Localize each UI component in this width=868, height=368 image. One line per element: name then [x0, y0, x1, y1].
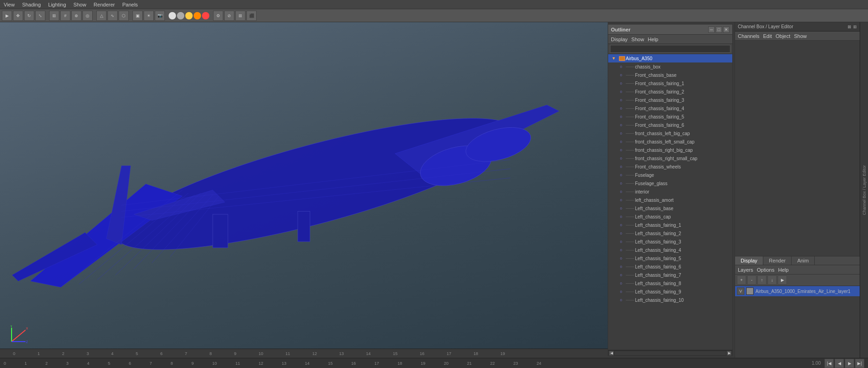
tree-item-9[interactable]: ○ —— front_chassis_left_small_cap: [608, 137, 732, 146]
toolbar-circle-4[interactable]: [194, 12, 201, 19]
tree-label-15: interior: [635, 189, 649, 194]
tree-item-8[interactable]: ○ —— front_chassis_left_big_cap: [608, 129, 732, 137]
outliner-tree[interactable]: ▼ Airbus_A350 ○ —— chassis_box ○ —— Fron…: [608, 54, 732, 350]
tree-item-21[interactable]: ○ —— Left_chassis_fairing_3: [608, 237, 732, 246]
menu-renderer[interactable]: Renderer: [92, 2, 117, 7]
tree-item-27[interactable]: ○ —— Left_chassis_fairing_9: [608, 287, 732, 296]
toolbar-extra-1[interactable]: ⚙: [213, 11, 223, 21]
tree-item-6[interactable]: ○ —— Front_chassis_fairing_5: [608, 112, 732, 121]
toolbar-scale-btn[interactable]: ⤡: [35, 11, 45, 21]
toolbar-grid-btn[interactable]: #: [60, 11, 70, 21]
channel-box-menu-show[interactable]: Show: [794, 33, 807, 39]
toolbar-circle-2[interactable]: [177, 12, 184, 19]
tree-item-airbus[interactable]: ▼ Airbus_A350: [608, 54, 732, 62]
channel-box-menu: Channels Edit Object Show: [735, 31, 860, 41]
outliner-search-input[interactable]: [610, 45, 730, 53]
layer-delete-btn[interactable]: -: [747, 275, 756, 285]
tree-item-0[interactable]: ○ —— chassis_box: [608, 62, 732, 71]
tree-item-10[interactable]: ○ —— front_chassis_right_big_cap: [608, 146, 732, 154]
tree-item-24[interactable]: ○ —— Left_chassis_fairing_6: [608, 262, 732, 271]
tree-item-20[interactable]: ○ —— Left_chassis_fairing_2: [608, 229, 732, 237]
toolbar-snap-btn[interactable]: ⊞: [49, 11, 59, 21]
outliner-menu-display[interactable]: Display: [611, 37, 628, 42]
play-btn[interactable]: ▶: [845, 359, 854, 368]
hscroll-left-btn[interactable]: ◀: [609, 351, 614, 356]
play-back-btn[interactable]: ◀: [835, 359, 844, 368]
tree-item-26[interactable]: ○ —— Left_chassis_fairing_8: [608, 279, 732, 287]
tree-item-23[interactable]: ○ —— Left_chassis_fairing_5: [608, 254, 732, 262]
prev-frame-btn[interactable]: |◀: [824, 359, 834, 368]
layer-down-btn[interactable]: ↓: [767, 275, 777, 285]
tree-item-7[interactable]: ○ —— Front_chassis_fairing_6: [608, 121, 732, 129]
toolbar-magnet-btn[interactable]: ⊕: [71, 11, 82, 21]
toolbar-render-btn[interactable]: ▣: [132, 11, 143, 21]
toolbar-extra-2[interactable]: ⊘: [224, 11, 234, 21]
tree-item-1[interactable]: ○ —— Front_chassis_base: [608, 71, 732, 79]
toolbar-extra-3[interactable]: ⊞: [235, 11, 245, 21]
viewport[interactable]: X Y Z 01234 56789 1011121314 1516171819: [0, 22, 608, 358]
tree-item-28[interactable]: ○ —— Left_chassis_fairing_10: [608, 296, 732, 304]
outliner-menu-show[interactable]: Show: [631, 37, 644, 42]
toolbar-circle-5[interactable]: [202, 12, 209, 19]
toolbar-select-btn[interactable]: ▶: [2, 11, 12, 21]
layer-menu-options[interactable]: Options: [757, 267, 774, 273]
channel-box-menu-channels[interactable]: Channels: [738, 33, 759, 39]
tree-item-19[interactable]: ○ —— Left_chassis_fairing_1: [608, 221, 732, 229]
outliner-maximize-btn[interactable]: □: [716, 26, 722, 33]
outliner-search: [608, 44, 732, 54]
tree-item-5[interactable]: ○ —— Front_chassis_fairing_4: [608, 104, 732, 112]
layer-menu-help[interactable]: Help: [778, 267, 789, 273]
toolbar-soft-btn[interactable]: ◎: [82, 11, 93, 21]
toolbar-cam-btn[interactable]: 📷: [155, 11, 165, 21]
menu-show[interactable]: Show: [72, 2, 88, 7]
layer-up-btn[interactable]: ↑: [757, 275, 767, 285]
hscroll-track[interactable]: [615, 351, 726, 355]
tree-item-17[interactable]: ○ —— Left_chassis_base: [608, 204, 732, 212]
play-forward-btn[interactable]: ▶|: [855, 359, 864, 368]
tree-item-16[interactable]: ○ —— left_chassis_amort: [608, 196, 732, 204]
tree-item-12[interactable]: ○ —— Front_chassis_wheels: [608, 162, 732, 171]
toolbar-nurbs-btn[interactable]: ∿: [107, 11, 118, 21]
outliner-minimize-btn[interactable]: ─: [708, 26, 715, 33]
channel-box-menu-object[interactable]: Object: [775, 33, 790, 39]
toolbar-subdiv-btn[interactable]: ⬡: [119, 11, 129, 21]
toolbar-poly-btn[interactable]: △: [96, 11, 107, 21]
layer-color-swatch[interactable]: [746, 287, 754, 295]
toolbar-rotate-btn[interactable]: ↻: [24, 11, 34, 21]
layer-new-btn[interactable]: +: [737, 275, 746, 285]
tree-item-3[interactable]: ○ —— Front_chassis_fairing_2: [608, 87, 732, 96]
tab-render[interactable]: Render: [763, 256, 792, 265]
outliner-close-btn[interactable]: ✕: [723, 26, 730, 33]
layer-menu-layers[interactable]: Layers: [738, 267, 753, 273]
tree-item-14[interactable]: ○ —— Fuselage_glass: [608, 179, 732, 187]
toolbar-light-btn[interactable]: ☀: [144, 11, 154, 21]
tab-anim[interactable]: Anim: [792, 256, 815, 265]
tab-display[interactable]: Display: [735, 256, 763, 265]
svg-text:Z: Z: [26, 340, 28, 343]
tree-item-2[interactable]: ○ —— Front_chassis_fairing_1: [608, 79, 732, 87]
hscroll-right-btn[interactable]: ▶: [727, 351, 731, 356]
layer-select-btn[interactable]: ▶: [778, 275, 787, 285]
menu-view[interactable]: View: [2, 2, 17, 7]
tree-item-18[interactable]: ○ —— Left_chassis_cap: [608, 212, 732, 221]
channel-box-menu-edit[interactable]: Edit: [763, 33, 772, 39]
toolbar-move-btn[interactable]: ✥: [13, 11, 23, 21]
tree-item-25[interactable]: ○ —— Left_chassis_fairing_7: [608, 271, 732, 279]
menu-shading[interactable]: Shading: [20, 2, 43, 7]
tree-item-13[interactable]: ○ —— Fuselage: [608, 171, 732, 179]
tree-item-22[interactable]: ○ —— Left_chassis_fairing_4: [608, 246, 732, 254]
toolbar-circle-3[interactable]: [185, 12, 193, 19]
layer-list[interactable]: V Airbus_A350_1000_Emirates_Air_Line_lay…: [735, 286, 860, 358]
menu-panels[interactable]: Panels: [120, 2, 140, 7]
tree-item-15[interactable]: ○ —— interior: [608, 187, 732, 196]
layer-item-0[interactable]: V Airbus_A350_1000_Emirates_Air_Line_lay…: [735, 286, 860, 296]
mesh-icon-5: ○: [617, 105, 625, 112]
outliner-menu-help[interactable]: Help: [648, 37, 659, 42]
tree-item-4[interactable]: ○ —— Front_chassis_fairing_3: [608, 96, 732, 104]
toolbar-extra-4[interactable]: ⬛: [246, 11, 257, 21]
layer-visibility-btn[interactable]: V: [737, 287, 744, 295]
toolbar-circle-1[interactable]: [169, 12, 176, 19]
tree-item-11[interactable]: ○ —— front_chassis_right_small_cap: [608, 154, 732, 162]
outliner-hscroll[interactable]: ◀ ▶: [608, 350, 732, 356]
menu-lighting[interactable]: Lighting: [46, 2, 68, 7]
